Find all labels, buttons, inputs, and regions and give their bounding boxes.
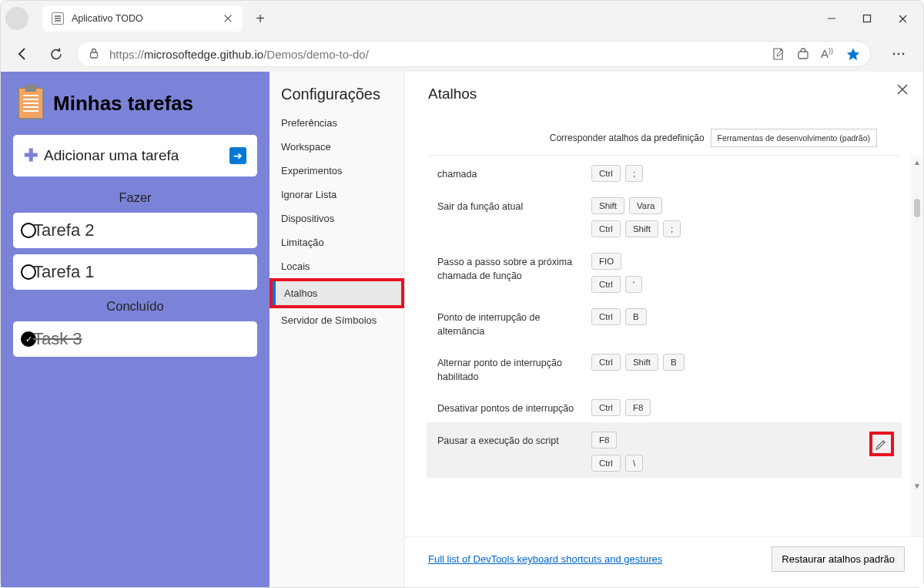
minimize-button[interactable] bbox=[814, 5, 849, 32]
svg-rect-1 bbox=[91, 52, 98, 58]
svg-point-3 bbox=[893, 53, 896, 55]
shortcut-key: Vara bbox=[629, 197, 662, 214]
task-item-done[interactable]: ✓Task 3 bbox=[13, 321, 257, 357]
shortcut-label: chamada bbox=[437, 165, 584, 182]
settings-item[interactable]: Workspace bbox=[270, 135, 404, 159]
more-menu-button[interactable] bbox=[885, 40, 912, 68]
window-controls bbox=[814, 5, 920, 32]
shortcut-key: Ctrl bbox=[591, 308, 621, 325]
shortcut-label: Sair da função atual bbox=[437, 197, 584, 214]
shortcut-key: \ bbox=[625, 455, 643, 472]
settings-item[interactable]: Preferências bbox=[270, 111, 404, 135]
scroll-thumb[interactable] bbox=[914, 199, 920, 217]
shortcut-row: Passo a passo sobre a próxima chamada de… bbox=[427, 244, 902, 299]
shortcut-key: F8 bbox=[625, 399, 651, 416]
svg-point-5 bbox=[902, 53, 905, 55]
address-bar: https://microsoftedge.github.io/Demos/de… bbox=[1, 36, 923, 72]
new-tab-button[interactable]: + bbox=[249, 10, 272, 28]
preset-label: Corresponder atalhos da predefinição bbox=[550, 133, 705, 143]
shortcut-label: Passo a passo sobre a próxima chamada de… bbox=[437, 253, 584, 283]
full-list-link[interactable]: Full list of DevTools keyboard shortcuts… bbox=[428, 553, 662, 565]
edit-shortcut-button[interactable] bbox=[869, 432, 894, 456]
shortcut-key: Ctrl bbox=[591, 165, 621, 182]
browser-tab[interactable]: Aplicativo TODO bbox=[42, 5, 243, 32]
scroll-down-button[interactable]: ▼ bbox=[911, 479, 923, 492]
scrollbar[interactable]: ▲ ▼ bbox=[911, 156, 923, 536]
shortcut-key: Ctrl bbox=[591, 455, 621, 472]
settings-item[interactable]: Dispositivos bbox=[270, 207, 404, 230]
shortcut-row: Ponto de interrupção de alternânciaCtrlB bbox=[427, 299, 902, 344]
svg-rect-2 bbox=[798, 52, 808, 59]
shortcut-key: Ctrl bbox=[591, 399, 621, 416]
svg-rect-0 bbox=[864, 15, 871, 22]
shortcut-key: B bbox=[663, 354, 685, 371]
shopping-icon[interactable] bbox=[796, 47, 810, 61]
task-item[interactable]: Tarefa 1 bbox=[13, 254, 257, 290]
shortcut-key: B bbox=[625, 308, 647, 325]
profile-avatar[interactable] bbox=[5, 7, 28, 30]
settings-item[interactable]: Atalhos bbox=[273, 281, 401, 305]
task-text: Tarefa 1 bbox=[33, 262, 95, 282]
plus-icon: ✚ bbox=[24, 146, 38, 166]
shortcut-row: Sair da função atualShiftVaraCtrlShift; bbox=[427, 188, 902, 244]
shortcut-label: Alternar ponto de interrupção habilitado bbox=[437, 354, 584, 384]
preset-dropdown[interactable]: Ferramentas de desenvolvimento (padrão) bbox=[711, 129, 877, 147]
shortcuts-panel: Atalhos Corresponder atalhos da predefin… bbox=[405, 72, 923, 587]
clipboard-icon bbox=[18, 87, 44, 119]
refresh-button[interactable] bbox=[42, 40, 70, 68]
close-window-button[interactable] bbox=[885, 5, 920, 32]
shortcut-key: Ctrl bbox=[591, 276, 621, 293]
shortcuts-title: Atalhos bbox=[428, 86, 900, 102]
task-item[interactable]: Tarefa 2 bbox=[13, 213, 257, 248]
shortcut-label: Ponto de interrupção de alternância bbox=[437, 308, 584, 338]
shortcut-key: Ctrl bbox=[591, 354, 621, 371]
task-text: Tarefa 2 bbox=[33, 220, 95, 240]
section-done-label: Concluído bbox=[13, 299, 257, 314]
shortcut-key: Shift bbox=[625, 354, 658, 371]
shortcut-row: Pausar a execução do scriptF8Ctrl\ bbox=[427, 422, 902, 478]
shortcut-key: Shift bbox=[591, 197, 624, 214]
shortcut-row: Alternar ponto de interrupção habilitado… bbox=[427, 344, 902, 390]
shortcut-label: Desativar pontos de interrupção bbox=[437, 399, 584, 416]
shortcut-label: Pausar a execução do script bbox=[437, 432, 584, 449]
pencil-icon bbox=[875, 437, 889, 451]
svg-point-4 bbox=[898, 53, 900, 55]
settings-item[interactable]: Experimentos bbox=[270, 159, 404, 183]
url-text: https://microsoftedge.github.io/Demos/de… bbox=[109, 48, 369, 61]
section-todo-label: Fazer bbox=[13, 190, 257, 205]
tasks-app-panel: Minhas tarefas ✚ Adicionar uma tarefa ➔ … bbox=[1, 72, 270, 587]
tab-title: Aplicativo TODO bbox=[72, 13, 215, 24]
close-tab-icon[interactable] bbox=[223, 13, 233, 24]
url-box[interactable]: https://microsoftedge.github.io/Demos/de… bbox=[76, 41, 871, 67]
scroll-up-button[interactable]: ▲ bbox=[911, 156, 923, 168]
shortcut-key: ' bbox=[625, 276, 642, 293]
back-button[interactable] bbox=[8, 40, 36, 68]
edit-page-icon[interactable] bbox=[772, 47, 785, 61]
submit-arrow-icon[interactable]: ➔ bbox=[229, 147, 246, 164]
shortcut-key: Shift bbox=[625, 220, 658, 237]
close-settings-button[interactable] bbox=[896, 82, 909, 96]
shortcut-row: Desativar pontos de interrupçãoCtrlF8 bbox=[427, 390, 902, 422]
browser-titlebar: Aplicativo TODO + bbox=[1, 1, 923, 36]
add-task-label: Adicionar uma tarefa bbox=[44, 147, 179, 164]
shortcut-key: FIO bbox=[591, 253, 621, 270]
settings-item[interactable]: Ignorar Lista bbox=[270, 183, 404, 207]
task-text: Task 3 bbox=[33, 329, 82, 349]
settings-item[interactable]: Locais bbox=[270, 254, 404, 278]
shortcut-key: ; bbox=[663, 220, 681, 237]
restore-defaults-button[interactable]: Restaurar atalhos padrão bbox=[772, 546, 905, 572]
add-task-button[interactable]: ✚ Adicionar uma tarefa ➔ bbox=[13, 135, 257, 176]
settings-title: Configurações bbox=[270, 86, 404, 111]
settings-item[interactable]: Servidor de Símbolos bbox=[270, 308, 404, 332]
shortcut-key: F8 bbox=[591, 432, 617, 449]
shortcut-key: Ctrl bbox=[591, 220, 621, 237]
settings-item[interactable]: Limitação bbox=[270, 230, 404, 254]
read-aloud-icon[interactable]: A)) bbox=[821, 47, 835, 61]
favorite-star-icon[interactable] bbox=[845, 47, 859, 61]
settings-sidebar: Configurações PreferênciasWorkspaceExper… bbox=[270, 72, 405, 587]
shortcut-key: ; bbox=[625, 165, 643, 182]
tab-favicon-icon bbox=[52, 12, 64, 25]
maximize-button[interactable] bbox=[849, 5, 885, 32]
shortcut-row: chamadaCtrl; bbox=[427, 156, 902, 188]
app-title: Minhas tarefas bbox=[53, 92, 193, 116]
